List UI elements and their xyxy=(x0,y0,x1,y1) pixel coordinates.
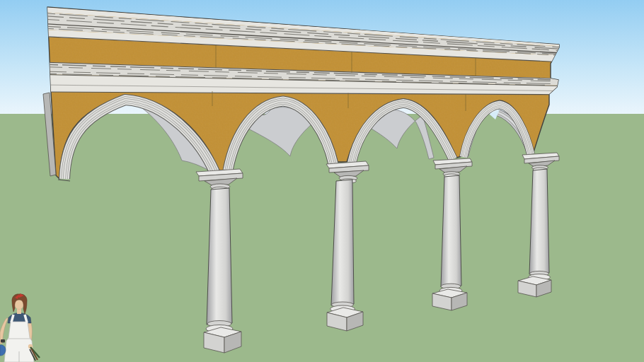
figure-wristband xyxy=(1,339,5,343)
viewport-canvas[interactable] xyxy=(0,0,644,362)
viewport[interactable] xyxy=(0,0,644,362)
figure-bow-knot xyxy=(18,295,20,297)
